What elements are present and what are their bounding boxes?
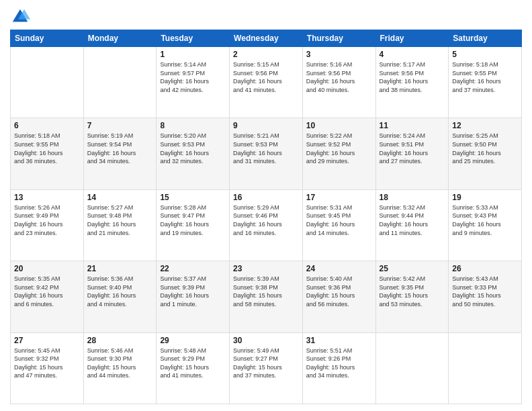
header-cell-wednesday: Wednesday <box>230 30 303 47</box>
day-number: 19 <box>452 193 518 202</box>
day-number: 1 <box>160 50 226 59</box>
day-cell: 14Sunrise: 5:27 AM Sunset: 9:48 PM Dayli… <box>83 189 157 261</box>
day-cell: 13Sunrise: 5:26 AM Sunset: 9:49 PM Dayli… <box>11 189 84 261</box>
week-row-1: 1Sunrise: 5:14 AM Sunset: 9:57 PM Daylig… <box>11 47 522 118</box>
day-cell: 5Sunrise: 5:18 AM Sunset: 9:55 PM Daylig… <box>449 47 522 118</box>
day-info: Sunrise: 5:15 AM Sunset: 9:56 PM Dayligh… <box>233 60 299 94</box>
day-cell: 1Sunrise: 5:14 AM Sunset: 9:57 PM Daylig… <box>157 47 230 118</box>
day-info: Sunrise: 5:40 AM Sunset: 9:36 PM Dayligh… <box>306 275 372 308</box>
day-info: Sunrise: 5:27 AM Sunset: 9:48 PM Dayligh… <box>87 203 153 237</box>
day-number: 7 <box>87 121 153 130</box>
day-info: Sunrise: 5:49 AM Sunset: 9:27 PM Dayligh… <box>233 347 299 380</box>
day-number: 9 <box>233 121 299 130</box>
day-info: Sunrise: 5:32 AM Sunset: 9:44 PM Dayligh… <box>380 203 445 237</box>
day-cell: 6Sunrise: 5:18 AM Sunset: 9:55 PM Daylig… <box>11 118 84 189</box>
day-number: 18 <box>380 193 445 202</box>
header-cell-sunday: Sunday <box>11 30 84 47</box>
day-info: Sunrise: 5:18 AM Sunset: 9:55 PM Dayligh… <box>14 132 80 165</box>
day-cell: 30Sunrise: 5:49 AM Sunset: 9:27 PM Dayli… <box>230 332 303 404</box>
day-number: 28 <box>87 336 153 345</box>
day-info: Sunrise: 5:18 AM Sunset: 9:55 PM Dayligh… <box>452 60 518 94</box>
day-info: Sunrise: 5:19 AM Sunset: 9:54 PM Dayligh… <box>87 132 153 165</box>
day-number: 25 <box>380 264 445 273</box>
day-number: 20 <box>14 264 80 273</box>
day-cell: 19Sunrise: 5:33 AM Sunset: 9:43 PM Dayli… <box>449 189 522 261</box>
day-number: 6 <box>14 121 80 130</box>
day-cell: 12Sunrise: 5:25 AM Sunset: 9:50 PM Dayli… <box>449 118 522 189</box>
day-info: Sunrise: 5:43 AM Sunset: 9:33 PM Dayligh… <box>452 275 518 308</box>
day-number: 3 <box>306 50 372 59</box>
day-info: Sunrise: 5:39 AM Sunset: 9:38 PM Dayligh… <box>233 275 299 308</box>
day-info: Sunrise: 5:26 AM Sunset: 9:49 PM Dayligh… <box>14 203 80 237</box>
day-cell <box>83 47 157 118</box>
day-cell: 7Sunrise: 5:19 AM Sunset: 9:54 PM Daylig… <box>83 118 157 189</box>
day-info: Sunrise: 5:28 AM Sunset: 9:47 PM Dayligh… <box>160 203 226 237</box>
day-cell: 11Sunrise: 5:24 AM Sunset: 9:51 PM Dayli… <box>375 118 449 189</box>
calendar-header: SundayMondayTuesdayWednesdayThursdayFrid… <box>11 30 522 47</box>
page: SundayMondayTuesdayWednesdayThursdayFrid… <box>0 0 532 411</box>
header-row: SundayMondayTuesdayWednesdayThursdayFrid… <box>11 30 522 47</box>
day-cell: 9Sunrise: 5:21 AM Sunset: 9:53 PM Daylig… <box>230 118 303 189</box>
day-cell: 21Sunrise: 5:36 AM Sunset: 9:40 PM Dayli… <box>83 261 157 332</box>
day-cell: 17Sunrise: 5:31 AM Sunset: 9:45 PM Dayli… <box>302 189 375 261</box>
day-number: 12 <box>452 121 518 130</box>
day-cell: 22Sunrise: 5:37 AM Sunset: 9:39 PM Dayli… <box>157 261 230 332</box>
logo-icon <box>10 7 30 27</box>
day-number: 13 <box>14 193 80 202</box>
day-number: 16 <box>233 193 299 202</box>
header-cell-tuesday: Tuesday <box>157 30 230 47</box>
day-info: Sunrise: 5:33 AM Sunset: 9:43 PM Dayligh… <box>452 203 518 237</box>
header-cell-thursday: Thursday <box>302 30 375 47</box>
day-cell: 31Sunrise: 5:51 AM Sunset: 9:26 PM Dayli… <box>302 332 375 404</box>
day-number: 29 <box>160 336 226 345</box>
day-info: Sunrise: 5:37 AM Sunset: 9:39 PM Dayligh… <box>160 275 226 308</box>
day-cell: 25Sunrise: 5:42 AM Sunset: 9:35 PM Dayli… <box>375 261 449 332</box>
week-row-5: 27Sunrise: 5:45 AM Sunset: 9:32 PM Dayli… <box>11 332 522 404</box>
day-cell: 26Sunrise: 5:43 AM Sunset: 9:33 PM Dayli… <box>449 261 522 332</box>
day-cell: 4Sunrise: 5:17 AM Sunset: 9:56 PM Daylig… <box>375 47 449 118</box>
day-number: 31 <box>306 336 372 345</box>
day-info: Sunrise: 5:29 AM Sunset: 9:46 PM Dayligh… <box>233 203 299 237</box>
day-info: Sunrise: 5:45 AM Sunset: 9:32 PM Dayligh… <box>14 347 80 380</box>
day-cell: 8Sunrise: 5:20 AM Sunset: 9:53 PM Daylig… <box>157 118 230 189</box>
day-number: 21 <box>87 264 153 273</box>
day-number: 24 <box>306 264 372 273</box>
week-row-4: 20Sunrise: 5:35 AM Sunset: 9:42 PM Dayli… <box>11 261 522 332</box>
day-info: Sunrise: 5:16 AM Sunset: 9:56 PM Dayligh… <box>306 60 372 94</box>
day-number: 27 <box>14 336 80 345</box>
day-number: 4 <box>380 50 445 59</box>
day-cell: 23Sunrise: 5:39 AM Sunset: 9:38 PM Dayli… <box>230 261 303 332</box>
day-cell: 20Sunrise: 5:35 AM Sunset: 9:42 PM Dayli… <box>11 261 84 332</box>
logo <box>10 7 33 27</box>
day-info: Sunrise: 5:36 AM Sunset: 9:40 PM Dayligh… <box>87 275 153 308</box>
day-cell: 27Sunrise: 5:45 AM Sunset: 9:32 PM Dayli… <box>11 332 84 404</box>
day-cell: 16Sunrise: 5:29 AM Sunset: 9:46 PM Dayli… <box>230 189 303 261</box>
day-number: 5 <box>452 50 518 59</box>
header <box>10 7 522 27</box>
day-number: 8 <box>160 121 226 130</box>
calendar: SundayMondayTuesdayWednesdayThursdayFrid… <box>10 30 522 404</box>
header-cell-saturday: Saturday <box>449 30 522 47</box>
day-info: Sunrise: 5:35 AM Sunset: 9:42 PM Dayligh… <box>14 275 80 308</box>
day-number: 10 <box>306 121 372 130</box>
day-info: Sunrise: 5:48 AM Sunset: 9:29 PM Dayligh… <box>160 347 226 380</box>
day-cell <box>449 332 522 404</box>
day-cell: 18Sunrise: 5:32 AM Sunset: 9:44 PM Dayli… <box>375 189 449 261</box>
day-number: 17 <box>306 193 372 202</box>
day-number: 14 <box>87 193 153 202</box>
day-info: Sunrise: 5:46 AM Sunset: 9:30 PM Dayligh… <box>87 347 153 380</box>
day-cell: 10Sunrise: 5:22 AM Sunset: 9:52 PM Dayli… <box>302 118 375 189</box>
day-cell: 24Sunrise: 5:40 AM Sunset: 9:36 PM Dayli… <box>302 261 375 332</box>
week-row-3: 13Sunrise: 5:26 AM Sunset: 9:49 PM Dayli… <box>11 189 522 261</box>
day-info: Sunrise: 5:42 AM Sunset: 9:35 PM Dayligh… <box>380 275 445 308</box>
day-cell: 15Sunrise: 5:28 AM Sunset: 9:47 PM Dayli… <box>157 189 230 261</box>
day-cell: 3Sunrise: 5:16 AM Sunset: 9:56 PM Daylig… <box>302 47 375 118</box>
day-number: 15 <box>160 193 226 202</box>
day-info: Sunrise: 5:14 AM Sunset: 9:57 PM Dayligh… <box>160 60 226 94</box>
week-row-2: 6Sunrise: 5:18 AM Sunset: 9:55 PM Daylig… <box>11 118 522 189</box>
day-cell: 29Sunrise: 5:48 AM Sunset: 9:29 PM Dayli… <box>157 332 230 404</box>
day-cell: 28Sunrise: 5:46 AM Sunset: 9:30 PM Dayli… <box>83 332 157 404</box>
day-info: Sunrise: 5:21 AM Sunset: 9:53 PM Dayligh… <box>233 132 299 165</box>
day-cell: 2Sunrise: 5:15 AM Sunset: 9:56 PM Daylig… <box>230 47 303 118</box>
day-info: Sunrise: 5:17 AM Sunset: 9:56 PM Dayligh… <box>380 60 445 94</box>
